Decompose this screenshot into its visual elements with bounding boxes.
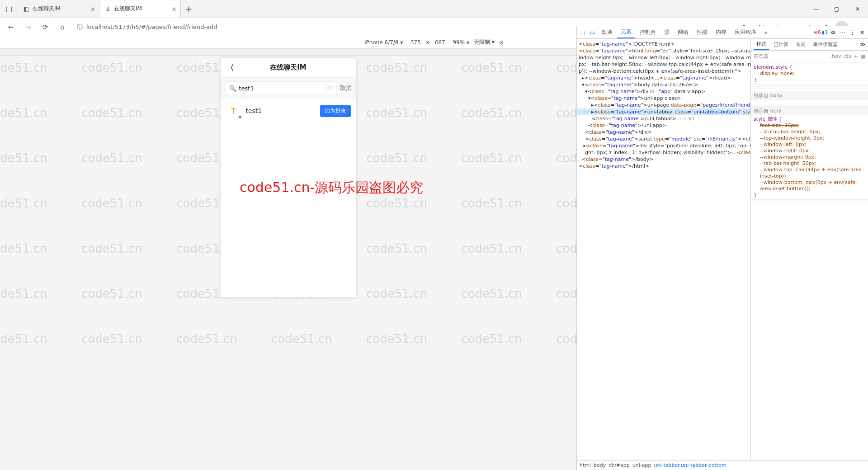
browser-tab-0[interactable]: ◧ 在线聊天IM × xyxy=(18,0,99,18)
width-input[interactable] xyxy=(407,39,424,46)
new-tab-button[interactable]: + xyxy=(181,4,197,14)
tab-performance[interactable]: 性能 xyxy=(693,27,711,38)
add-rule-icon[interactable]: + xyxy=(854,53,858,59)
user-name: test1 xyxy=(246,107,262,114)
online-dot xyxy=(238,115,242,119)
window-maximize[interactable]: ▢ xyxy=(826,0,847,18)
device-toggle-icon[interactable]: ▭ xyxy=(588,29,597,36)
st-tab-styles[interactable]: 样式 xyxy=(754,39,769,50)
tab-sources[interactable]: 源 xyxy=(660,27,673,38)
window-close[interactable]: ✕ xyxy=(847,0,868,18)
styles-tabs: 样式 已计算 布局 事件侦听器 ≫ xyxy=(751,39,868,51)
styles-panel: 样式 已计算 布局 事件侦听器 ≫ :hov .cls + ▦ element.… xyxy=(751,39,868,460)
info-icon[interactable]: ⓘ xyxy=(77,23,83,31)
tab-elements[interactable]: 元素 xyxy=(617,26,635,38)
tab-console[interactable]: 控制台 xyxy=(636,27,660,38)
tab-actions-icon[interactable]: ▢ xyxy=(0,5,18,13)
tab-welcome[interactable]: 欢迎 xyxy=(598,27,616,38)
close-devtools-icon[interactable]: ✕ xyxy=(858,29,866,36)
forward-button[interactable]: → xyxy=(21,20,35,34)
devtools-tabs: ⬚ ▭ 欢迎 元素 控制台 源 网络 性能 内存 应用程序 » ⊗6 ▮1 ⚙ … xyxy=(577,26,868,39)
msg-badge[interactable]: ▮1 xyxy=(822,29,828,35)
tab-title: 在线聊天IM xyxy=(114,5,142,13)
styles-menu-icon[interactable]: ▦ xyxy=(861,53,865,59)
search-input[interactable] xyxy=(239,85,324,92)
favicon-icon: ◧ xyxy=(23,5,30,13)
elements-tree[interactable]: <class="tag-name">!DOCTYPE html><class="… xyxy=(577,39,751,460)
dock-icon[interactable]: ⋮ xyxy=(848,29,857,36)
window-titlebar: ▢ ◧ 在线聊天IM × 🗎 在线聊天IM × + — ▢ ✕ xyxy=(0,0,868,18)
styles-filter-input[interactable] xyxy=(754,53,828,59)
add-friend-button[interactable]: 加为好友 xyxy=(320,105,351,117)
ruler xyxy=(0,49,576,56)
tab-more[interactable]: » xyxy=(761,28,771,38)
refresh-button[interactable]: ⟳ xyxy=(38,20,52,34)
search-result-item[interactable]: T test1 加为好友 xyxy=(221,99,356,123)
url-text: localhost:5173/h5/#/pages/friend/friend-… xyxy=(86,24,217,30)
feedback-icon[interactable]: ⋯ xyxy=(838,29,847,36)
st-tab-computed[interactable]: 已计算 xyxy=(771,40,791,49)
app-title: 在线聊天IM xyxy=(270,63,307,72)
styles-body[interactable]: element.style {display: none;}</span><sp… xyxy=(751,62,868,460)
browser-tab-1[interactable]: 🗎 在线聊天IM × xyxy=(99,0,181,18)
viewport: 〈 在线聊天IM 🔍 ⓧ 取消 T test1 加为好友 xyxy=(0,49,576,470)
search-box[interactable]: 🔍 ⓧ xyxy=(225,81,336,95)
search-bar: 🔍 ⓧ 取消 xyxy=(221,78,356,99)
close-icon[interactable]: × xyxy=(90,5,95,13)
throttle-select[interactable]: 无限制 ▾ xyxy=(474,38,495,46)
cancel-button[interactable]: 取消 xyxy=(340,84,352,92)
app-header: 〈 在线聊天IM xyxy=(221,58,356,78)
hov-cls[interactable]: :hov .cls xyxy=(830,53,851,59)
breadcrumb[interactable]: html body div#app uni-app uni-tabbar.uni… xyxy=(577,460,868,470)
height-input[interactable] xyxy=(432,39,448,46)
home-button[interactable]: ⌂ xyxy=(55,20,70,34)
watermark-big: code51.cn-源码乐园盗图必究 xyxy=(240,179,423,197)
inspect-icon[interactable]: ⬚ xyxy=(579,29,587,36)
window-minimize[interactable]: — xyxy=(806,0,826,18)
search-icon: 🔍 xyxy=(229,85,236,92)
error-badge[interactable]: ⊗6 xyxy=(814,29,821,35)
tab-network[interactable]: 网络 xyxy=(674,27,692,38)
favicon-icon: 🗎 xyxy=(104,5,111,13)
no-throttle-icon[interactable]: ⊘ xyxy=(499,39,504,46)
styles-more-icon[interactable]: ≫ xyxy=(860,42,865,47)
tab-application[interactable]: 应用程序 xyxy=(731,27,760,38)
st-tab-events[interactable]: 事件侦听器 xyxy=(810,40,840,49)
back-button[interactable]: ← xyxy=(4,20,18,34)
clear-icon[interactable]: ⓧ xyxy=(326,84,332,92)
tab-title: 在线聊天IM xyxy=(33,5,61,13)
close-icon[interactable]: × xyxy=(171,5,177,13)
mobile-frame: 〈 在线聊天IM 🔍 ⓧ 取消 T test1 加为好友 xyxy=(221,58,356,297)
device-select[interactable]: iPhone 6/7/8 ▾ xyxy=(364,39,403,46)
back-icon[interactable]: 〈 xyxy=(226,62,234,73)
tab-memory[interactable]: 内存 xyxy=(712,27,730,38)
zoom-select[interactable]: 99% ▾ xyxy=(453,39,469,46)
st-tab-layout[interactable]: 布局 xyxy=(793,40,808,49)
user-avatar: T xyxy=(226,103,241,118)
settings-icon[interactable]: ⚙ xyxy=(829,29,837,36)
devtools-panel: ⬚ ▭ 欢迎 元素 控制台 源 网络 性能 内存 应用程序 » ⊗6 ▮1 ⚙ … xyxy=(576,26,868,470)
styles-filter-bar: :hov .cls + ▦ xyxy=(751,51,868,62)
